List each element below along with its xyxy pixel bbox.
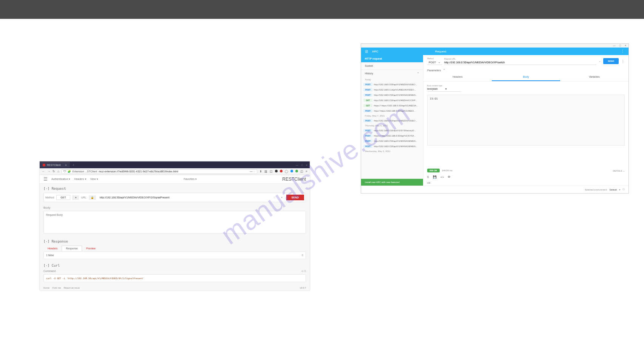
- home-icon[interactable]: ⌂: [57, 170, 59, 173]
- menu-icon[interactable]: ☰: [43, 177, 48, 182]
- hamburger-icon[interactable]: ☰: [365, 49, 368, 54]
- history-url: https:// http://192.168.0.50/api/V1/SYS/…: [374, 135, 421, 137]
- info-icon[interactable]: ⓘ: [622, 188, 625, 191]
- titlebar-more-icon[interactable]: ⋮: [621, 49, 625, 54]
- parameters-toggle[interactable]: Parameters ⌃: [423, 67, 629, 73]
- history-method-badge: POST: [363, 129, 372, 132]
- more-icon[interactable]: ⋮: [621, 59, 625, 63]
- restclient-footer: Home Fork me Report an issue v3.0.7: [40, 285, 310, 290]
- menu-favorites[interactable]: Favorites ▾: [184, 178, 197, 181]
- footer-report[interactable]: Report an issue: [64, 287, 80, 289]
- tab-response[interactable]: Response: [62, 246, 82, 251]
- method-dropdown-icon[interactable]: ▾: [73, 195, 79, 200]
- download-icon[interactable]: ⬇: [259, 170, 262, 173]
- nav-socket[interactable]: Socket: [361, 62, 423, 69]
- ext-icon-4[interactable]: [280, 170, 283, 172]
- history-item[interactable]: POSThttp:// https://192.168.0.50/api/V1/…: [361, 108, 423, 114]
- tab-headers[interactable]: Headers: [423, 73, 492, 81]
- browser-url: moz-extension://7ed0998-0201-4321-9d27-e…: [99, 170, 178, 173]
- method-select[interactable]: GET: [56, 195, 70, 200]
- history-item[interactable]: POSThttp://192.168.0.50/api/V1/MANAGEMEN…: [361, 92, 423, 98]
- minimize-icon[interactable]: —: [296, 164, 298, 166]
- history-item[interactable]: GEThttp://192.168.0.50/api/V1/MEDIA/OCS/…: [361, 98, 423, 103]
- env-value[interactable]: Default: [610, 189, 617, 191]
- nav-history[interactable]: History⌃: [361, 69, 423, 77]
- close-tab-icon[interactable]: ×: [65, 164, 67, 166]
- copy-icon[interactable]: ⎘: [302, 254, 303, 257]
- footer-home[interactable]: Home: [43, 287, 49, 289]
- body-textarea[interactable]: I5:O1: [427, 95, 625, 146]
- menu-headers[interactable]: Headers ▾: [74, 178, 86, 181]
- tab-body[interactable]: Body: [492, 73, 560, 81]
- ext-icon-3[interactable]: [275, 170, 278, 172]
- ext-icon-1[interactable]: ▥: [264, 170, 267, 173]
- back-icon[interactable]: ←: [42, 170, 45, 173]
- ext-icon-7[interactable]: [295, 170, 298, 172]
- maximize-icon[interactable]: □: [301, 164, 303, 166]
- history-url: http://192.168.0.50/api/V1/MEDIA/VIDEO..…: [374, 83, 421, 86]
- send-button[interactable]: SEND: [286, 195, 304, 200]
- browser-tab[interactable]: RESTClient ×: [40, 162, 70, 167]
- close-window-icon[interactable]: ×: [625, 44, 626, 47]
- footer-fork[interactable]: Fork me: [53, 287, 61, 289]
- close-window-icon[interactable]: ×: [306, 164, 307, 166]
- response-section-header[interactable]: [-] Response: [43, 240, 306, 243]
- history-group-friday: Friday, May 7, 2021: [361, 114, 423, 118]
- history-method-badge: POST: [363, 88, 372, 91]
- history-method-badge: POST: [363, 134, 372, 137]
- ext-icon-8[interactable]: ◫: [300, 170, 303, 173]
- curl-section-header[interactable]: [-] Curl: [43, 264, 306, 267]
- body-textarea[interactable]: [43, 211, 306, 233]
- eye-icon[interactable]: 👁: [448, 175, 451, 179]
- history-item[interactable]: POSThttp://192.168.0.1/api/V1/MEDIA/VIDE…: [361, 87, 423, 92]
- history-method-badge: POST: [363, 145, 372, 148]
- address-bar[interactable]: 🛡 🧩 Extension ...STClient moz-extension:…: [62, 169, 257, 174]
- nav-http-request[interactable]: HTTP request: [361, 55, 423, 62]
- ext-icon-5[interactable]: ◯: [285, 170, 288, 173]
- minimize-icon[interactable]: —: [613, 44, 616, 47]
- tab-headers[interactable]: Headers: [43, 246, 62, 251]
- history-item[interactable]: POSThttps:// http://192.168.0.50/api/V1/…: [361, 133, 423, 138]
- history-item[interactable]: POSThttp://192.168.0.50/api/V1/MANAGEMEN…: [361, 144, 423, 149]
- env-dropdown-icon[interactable]: ▾: [619, 188, 620, 191]
- request-section-header[interactable]: [-] Request: [43, 187, 306, 190]
- hamburger-icon[interactable]: ≡: [306, 170, 307, 173]
- url-input[interactable]: [444, 60, 596, 65]
- save-icon[interactable]: 💾: [433, 175, 437, 179]
- install-banner[interactable]: Install new ARC with new features!: [361, 179, 423, 186]
- tab-variables[interactable]: Variables: [560, 73, 629, 81]
- request-row: Method GET ▾ URL 🔒 ☆ ▾ SEND: [43, 193, 306, 202]
- reload-icon[interactable]: ↻: [53, 170, 55, 173]
- history-method-badge: POST: [363, 119, 372, 122]
- method-select[interactable]: POST ⌄: [427, 60, 442, 65]
- tab-preview[interactable]: Preview: [82, 246, 100, 251]
- code-icon[interactable]: <>: [440, 175, 444, 179]
- details-link[interactable]: DETAILS ⌄: [613, 169, 625, 172]
- copy-icon[interactable]: ⎘: [427, 175, 429, 179]
- new-tab-button[interactable]: +: [70, 164, 77, 166]
- history-item[interactable]: GEThttps:// https://192.168.0.50/api/V1/…: [361, 103, 423, 108]
- curl-copy-icon[interactable]: ⎘: [304, 270, 306, 272]
- arc-main: HTTP request Socket History⌃ Today POSTh…: [361, 55, 629, 186]
- ext-icon-2[interactable]: ◫: [270, 170, 273, 173]
- curl-icon-1[interactable]: ⊙: [301, 270, 304, 272]
- method-label: Method: [427, 57, 442, 60]
- history-item[interactable]: POSThttp://192.168.0.50/api/V1/MANAGEMEN…: [361, 138, 423, 144]
- menu-authentication[interactable]: Authentication ▾: [51, 178, 70, 181]
- url-dropdown-icon[interactable]: ⌄: [599, 60, 601, 63]
- history-item[interactable]: POSThttp://192.168.0.50/api/V1/MEDIA/VID…: [361, 82, 423, 87]
- maximize-icon[interactable]: □: [619, 44, 621, 47]
- url-input[interactable]: [98, 195, 269, 200]
- history-method-badge: POST: [363, 140, 372, 143]
- history-item[interactable]: POSThttp://192.168.0.50/api/V1/MEDIA/VID…: [361, 118, 423, 123]
- forward-icon[interactable]: →: [47, 170, 50, 173]
- history-url: http://192.168.0.1/api/V1/MEDIA/VIDEO...: [374, 89, 421, 91]
- star-icon[interactable]: ☆: [272, 196, 277, 199]
- send-button[interactable]: SEND: [603, 58, 619, 64]
- menu-view[interactable]: View ▾: [90, 178, 98, 181]
- history-url: http://192.168.0.50/api/V1/MANAGEMEN...: [374, 140, 421, 142]
- content-type-select[interactable]: text/plain▾: [427, 87, 461, 92]
- url-dropdown-icon[interactable]: ▾: [280, 196, 284, 199]
- history-item[interactable]: POSThttp://192.168.0.50/api/V1/SYS/facto…: [361, 128, 423, 133]
- ext-icon-6[interactable]: [290, 170, 293, 172]
